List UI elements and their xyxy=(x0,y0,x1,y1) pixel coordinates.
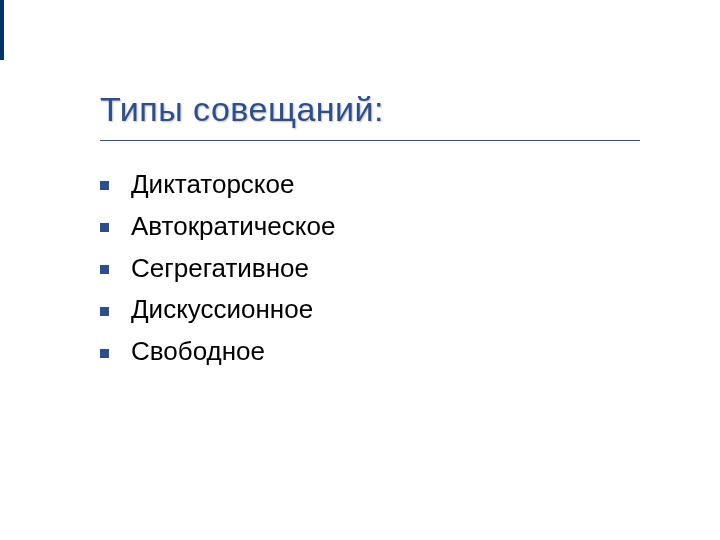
list-item-label: Дискуссионное xyxy=(131,293,313,327)
list-item: Дискуссионное xyxy=(100,293,640,327)
title-underline xyxy=(100,140,640,141)
bullet-icon xyxy=(100,181,109,190)
list-item-label: Сегрегативное xyxy=(131,252,309,286)
list-item-label: Диктаторское xyxy=(131,168,294,202)
slide-title: Типы совещаний: xyxy=(100,90,384,129)
bullet-icon xyxy=(100,307,109,316)
bullet-list: Диктаторское Автократическое Сегрегативн… xyxy=(100,168,640,377)
list-item: Диктаторское xyxy=(100,168,640,202)
accent-bar xyxy=(0,0,4,60)
list-item: Сегрегативное xyxy=(100,252,640,286)
bullet-icon xyxy=(100,349,109,358)
list-item: Автократическое xyxy=(100,210,640,244)
list-item-label: Свободное xyxy=(131,335,265,369)
list-item: Свободное xyxy=(100,335,640,369)
bullet-icon xyxy=(100,223,109,232)
list-item-label: Автократическое xyxy=(131,210,335,244)
slide: Типы совещаний: Диктаторское Автократиче… xyxy=(0,0,720,540)
bullet-icon xyxy=(100,265,109,274)
